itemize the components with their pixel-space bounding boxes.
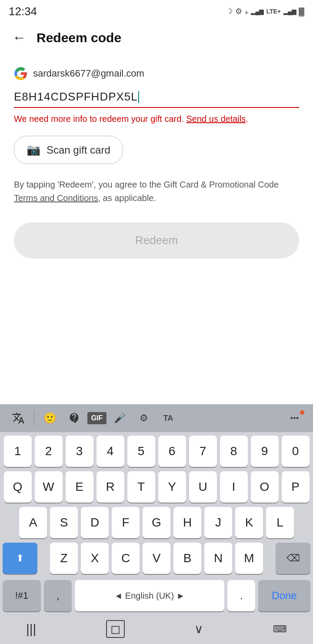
key-N[interactable]: N (204, 543, 232, 574)
nav-bar: ||| ◻ ∨ ⌨ (0, 616, 313, 644)
key-5[interactable]: 5 (127, 436, 155, 467)
key-Q[interactable]: Q (4, 471, 32, 503)
header: ← Redeem code (0, 21, 313, 54)
account-email: sardarsk6677@gmail.com (33, 68, 144, 79)
key-9[interactable]: 9 (251, 436, 279, 467)
keyboard-bottom-row: !#1 , ◄ English (UK) ► . Done (0, 580, 313, 616)
notification-dot (300, 410, 304, 415)
key-S[interactable]: S (50, 507, 78, 538)
keyboard-rows: 1234567890 QWERTYUIOP ASDFGHJKL ⬆ ZXCVBN… (0, 432, 313, 580)
key-O[interactable]: O (251, 471, 279, 503)
qwerty-row3: ⬆ ZXCVBNM ⌫ (3, 543, 310, 574)
emoji-button[interactable]: 🙂 (39, 409, 61, 428)
lte-icon: LTE+ (266, 8, 281, 15)
signal-icon: ▂▄▆ (251, 8, 263, 15)
key-D[interactable]: D (81, 507, 109, 538)
key-T[interactable]: T (127, 471, 155, 503)
error-text: We need more info to redeem your gift ca… (14, 114, 186, 124)
key-U[interactable]: U (189, 471, 217, 503)
gear-icon: ⚙ (235, 7, 242, 16)
status-bar: 12:34 ☽ ⚙ ⁎ ▂▄▆ LTE+ ▂▄▆ ▓ (0, 0, 313, 21)
scan-button-label: Scan gift card (47, 144, 110, 156)
code-input-container: E8H14CDSPFHDPX5L (14, 90, 299, 108)
signal2-icon: ▂▄▆ (283, 8, 296, 15)
key-L[interactable]: L (266, 507, 294, 538)
gif-button[interactable]: GIF (87, 412, 107, 424)
period-key[interactable]: . (227, 580, 255, 611)
back-button[interactable]: ← (10, 28, 28, 47)
main-content: sardarsk6677@gmail.com E8H14CDSPFHDPX5L … (0, 54, 313, 267)
key-A[interactable]: A (19, 507, 47, 538)
key-C[interactable]: C (112, 543, 140, 574)
key-3[interactable]: 3 (66, 436, 93, 467)
mic-button[interactable]: 🎤 (108, 409, 131, 428)
terms-text: By tapping 'Redeem', you agree to the Gi… (14, 178, 299, 205)
nav-keyboard-button[interactable]: ⌨ (273, 624, 287, 635)
nav-recents-button[interactable]: ∨ (194, 622, 203, 636)
space-key[interactable]: ◄ English (UK) ► (75, 580, 224, 611)
key-4[interactable]: 4 (97, 436, 124, 467)
key-6[interactable]: 6 (158, 436, 186, 467)
key-K[interactable]: K (235, 507, 263, 538)
error-message: We need more info to redeem your gift ca… (14, 112, 299, 125)
status-icons: ☽ ⚙ ⁎ ▂▄▆ LTE+ ▂▄▆ ▓ (226, 7, 304, 16)
comma-key[interactable]: , (44, 580, 72, 611)
key-Y[interactable]: Y (158, 471, 186, 503)
key-E[interactable]: E (66, 471, 93, 503)
key-B[interactable]: B (173, 543, 201, 574)
delete-key[interactable]: ⌫ (276, 543, 310, 574)
nav-home-button[interactable]: ◻ (106, 620, 125, 638)
done-key[interactable]: Done (258, 580, 310, 611)
text-cursor (138, 91, 139, 103)
battery-icon: ▓ (299, 7, 304, 16)
bluetooth-icon: ⁎ (245, 7, 248, 16)
keyboard-area: 🙂 GIF 🎤 ⚙ TA ••• 1234567890 QWERTYUIOP A… (0, 404, 313, 644)
key-0[interactable]: 0 (282, 436, 310, 467)
key-I[interactable]: I (220, 471, 248, 503)
code-display[interactable]: E8H14CDSPFHDPX5L (14, 90, 138, 104)
key-F[interactable]: F (112, 507, 140, 538)
key-V[interactable]: V (143, 543, 170, 574)
terms-link[interactable]: Terms and Conditions (14, 193, 98, 203)
keyboard-settings-button[interactable]: ⚙ (133, 409, 155, 428)
nav-back-button[interactable]: ||| (26, 622, 36, 637)
redeem-button[interactable]: Redeem (14, 222, 299, 258)
camera-icon: 📷 (27, 143, 40, 157)
key-7[interactable]: 7 (189, 436, 217, 467)
key-Z[interactable]: Z (50, 543, 78, 574)
key-X[interactable]: X (81, 543, 109, 574)
translate2-button[interactable]: TA (157, 409, 180, 428)
keyboard-toolbar: 🙂 GIF 🎤 ⚙ TA ••• (0, 404, 313, 432)
key-2[interactable]: 2 (35, 436, 63, 467)
keyboard-toolbar-left: 🙂 GIF 🎤 ⚙ TA (7, 409, 180, 428)
key-M[interactable]: M (235, 543, 263, 574)
moon-icon: ☽ (226, 7, 233, 16)
account-row: sardarsk6677@gmail.com (14, 67, 299, 80)
send-details-link[interactable]: Send us details (186, 114, 246, 124)
translate-rotate-icon[interactable] (7, 409, 30, 428)
more-button[interactable]: ••• (283, 409, 306, 428)
key-1[interactable]: 1 (4, 436, 32, 467)
symbols-key[interactable]: !#1 (3, 580, 41, 611)
key-G[interactable]: G (143, 507, 170, 538)
status-time: 12:34 (9, 5, 37, 18)
qwerty-row1: QWERTYUIOP (3, 471, 310, 503)
scan-gift-card-button[interactable]: 📷 Scan gift card (14, 136, 123, 164)
toolbar-divider (34, 410, 34, 426)
key-R[interactable]: R (97, 471, 124, 503)
key-W[interactable]: W (35, 471, 63, 503)
qwerty-row2: ASDFGHJKL (3, 507, 310, 538)
key-H[interactable]: H (173, 507, 201, 538)
sticker-button[interactable] (63, 409, 86, 428)
google-logo-icon (14, 67, 28, 80)
shift-key[interactable]: ⬆ (3, 543, 37, 574)
page-title: Redeem code (37, 30, 121, 45)
number-row: 1234567890 (3, 436, 310, 467)
key-P[interactable]: P (282, 471, 310, 503)
key-J[interactable]: J (204, 507, 232, 538)
key-8[interactable]: 8 (220, 436, 248, 467)
